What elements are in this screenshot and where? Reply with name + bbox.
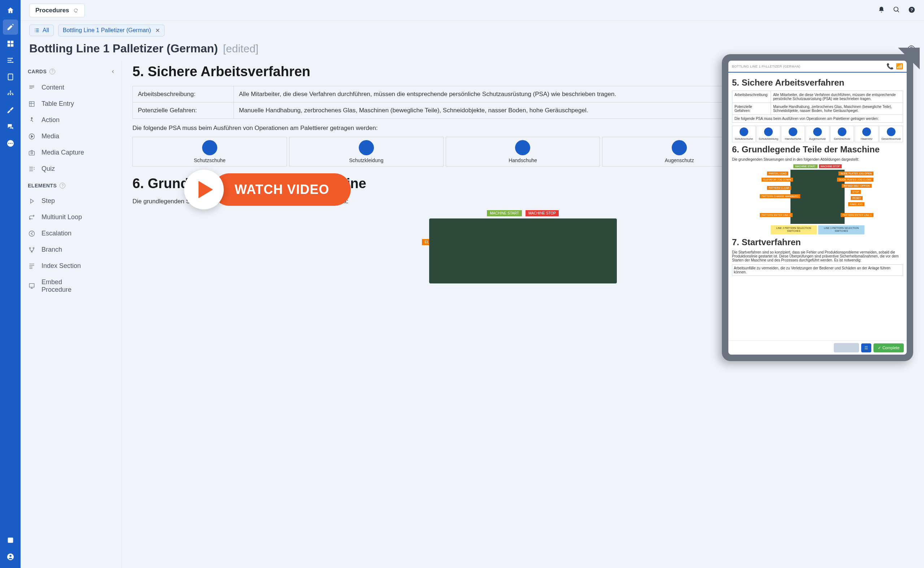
svg-point-4 bbox=[10, 91, 11, 92]
play-button[interactable] bbox=[184, 170, 224, 210]
check-icon: ✓ bbox=[878, 346, 881, 350]
svg-point-10 bbox=[10, 143, 11, 144]
phone-icon: 📞 bbox=[886, 63, 894, 70]
help-hint-icon[interactable]: ? bbox=[50, 69, 55, 74]
nav-card[interactable] bbox=[3, 69, 18, 85]
t-section-7-title: 7. Startverfahren bbox=[732, 237, 903, 247]
page-title: Bottling Line 1 Palletizer (German) bbox=[29, 42, 218, 55]
collapse-icon[interactable]: ‹ bbox=[112, 68, 114, 75]
svg-point-26 bbox=[33, 247, 34, 248]
nav-more[interactable] bbox=[3, 136, 18, 151]
svg-point-9 bbox=[8, 143, 9, 144]
svg-point-20 bbox=[31, 117, 32, 118]
tablet-header: BOTTLING LINE 1 PALLETIZER (GERMAN) 📞 📶 bbox=[728, 60, 907, 73]
svg-rect-28 bbox=[29, 284, 34, 287]
tabs-row: All Bottling Line 1 Palletizer (German) … bbox=[21, 21, 924, 40]
element-step[interactable]: Step bbox=[24, 193, 118, 209]
tablet-body[interactable]: 5. Sichere Arbeitsverfahren Arbeitsbesch… bbox=[728, 73, 907, 340]
t-controls-diagram: MACHINE START MACHINE STOP PARTIAL LOAD … bbox=[770, 164, 864, 234]
search-icon[interactable] bbox=[893, 6, 900, 15]
tablet-menu-button[interactable]: ☰ bbox=[861, 343, 871, 352]
svg-point-1 bbox=[10, 60, 12, 61]
svg-point-15 bbox=[894, 7, 898, 11]
ppe-icon bbox=[515, 140, 530, 155]
element-embed-procedure[interactable]: Embed Procedure bbox=[24, 274, 118, 298]
nav-edit[interactable] bbox=[3, 20, 18, 35]
svg-point-24 bbox=[29, 231, 35, 236]
card-media-capture[interactable]: Media Capture bbox=[24, 144, 118, 161]
help-hint-icon[interactable]: ? bbox=[60, 183, 65, 189]
t-section-5-title: 5. Sichere Arbeitsverfahren bbox=[732, 78, 903, 88]
tab-document[interactable]: Bottling Line 1 Palletizer (German) ✕ bbox=[58, 24, 165, 36]
svg-rect-22 bbox=[29, 151, 35, 155]
tablet-complete-button[interactable]: ✓Complete bbox=[873, 343, 904, 352]
svg-text:?: ? bbox=[910, 7, 913, 12]
controls-diagram: MACHINE START MACHINE STOP PARTIAL LOAD … bbox=[429, 210, 617, 284]
svg-point-23 bbox=[31, 152, 33, 154]
tablet-footer: ☰ ✓Complete bbox=[728, 340, 907, 355]
element-multiunit-loop[interactable]: Multiunit Loop bbox=[24, 209, 118, 225]
nav-library[interactable] bbox=[3, 533, 18, 548]
help-icon[interactable]: ? bbox=[908, 6, 915, 15]
tablet-prev-button[interactable] bbox=[834, 343, 859, 352]
elements-header: ELEMENTS ? bbox=[24, 181, 118, 191]
cards-header: CARDS ? ‹ bbox=[24, 65, 118, 77]
nav-org[interactable] bbox=[3, 86, 18, 101]
card-action[interactable]: Action bbox=[24, 112, 118, 128]
card-quiz[interactable]: Quiz bbox=[24, 161, 118, 177]
element-index-section[interactable]: Index Section bbox=[24, 258, 118, 274]
procedures-label: Procedures bbox=[35, 7, 69, 14]
nav-home[interactable] bbox=[3, 3, 18, 18]
svg-point-5 bbox=[7, 94, 9, 95]
watch-video-overlay[interactable]: WATCH VIDEO bbox=[184, 170, 351, 210]
t-section-6-title: 6. Grundlegende Teile der Maschine bbox=[732, 144, 903, 154]
element-escalation[interactable]: Escalation bbox=[24, 225, 118, 242]
nav-sliders[interactable] bbox=[3, 53, 18, 68]
svg-rect-12 bbox=[8, 538, 13, 543]
tab-all-label: All bbox=[42, 27, 49, 33]
list-icon bbox=[34, 27, 40, 33]
refresh-icon bbox=[73, 8, 79, 14]
ppe-icon bbox=[672, 140, 687, 155]
procedures-button[interactable]: Procedures bbox=[29, 4, 85, 17]
edited-badge: [edited] bbox=[223, 42, 258, 55]
tab-all[interactable]: All bbox=[29, 24, 54, 36]
card-media[interactable]: Media bbox=[24, 128, 118, 144]
card-table-entry[interactable]: Table Entry bbox=[24, 96, 118, 112]
t-section-5-table: Arbeitsbeschreibung:Alle Mitarbeiter, di… bbox=[732, 91, 903, 123]
svg-rect-19 bbox=[29, 101, 34, 106]
svg-rect-3 bbox=[8, 74, 13, 80]
nav-account[interactable] bbox=[3, 549, 18, 564]
left-panel: CARDS ? ‹ Content Table Entry Action Med… bbox=[21, 60, 122, 568]
ppe-icon bbox=[202, 140, 217, 155]
svg-point-6 bbox=[10, 94, 11, 95]
topbar: Procedures ? bbox=[21, 0, 924, 21]
card-content[interactable]: Content bbox=[24, 79, 118, 96]
watch-video-label[interactable]: WATCH VIDEO bbox=[213, 173, 351, 206]
svg-point-7 bbox=[12, 94, 14, 95]
svg-point-14 bbox=[9, 555, 12, 557]
nav-grid[interactable] bbox=[3, 36, 18, 51]
tablet-preview: BOTTLING LINE 1 PALLETIZER (GERMAN) 📞 📶 … bbox=[722, 54, 913, 361]
close-tab-icon[interactable]: ✕ bbox=[155, 27, 160, 34]
nav-tools[interactable] bbox=[3, 103, 18, 118]
element-branch[interactable]: Branch bbox=[24, 242, 118, 258]
wifi-icon: 📶 bbox=[896, 63, 903, 70]
notifications-icon[interactable] bbox=[878, 6, 885, 15]
svg-point-2 bbox=[12, 62, 14, 63]
nav-chat[interactable] bbox=[3, 119, 18, 134]
svg-point-0 bbox=[11, 58, 13, 59]
play-icon bbox=[199, 181, 213, 198]
svg-point-25 bbox=[29, 247, 30, 248]
nav-sidebar bbox=[0, 0, 21, 568]
ppe-icon bbox=[359, 140, 374, 155]
tab-document-label: Bottling Line 1 Palletizer (German) bbox=[63, 27, 151, 33]
svg-point-11 bbox=[12, 143, 13, 144]
